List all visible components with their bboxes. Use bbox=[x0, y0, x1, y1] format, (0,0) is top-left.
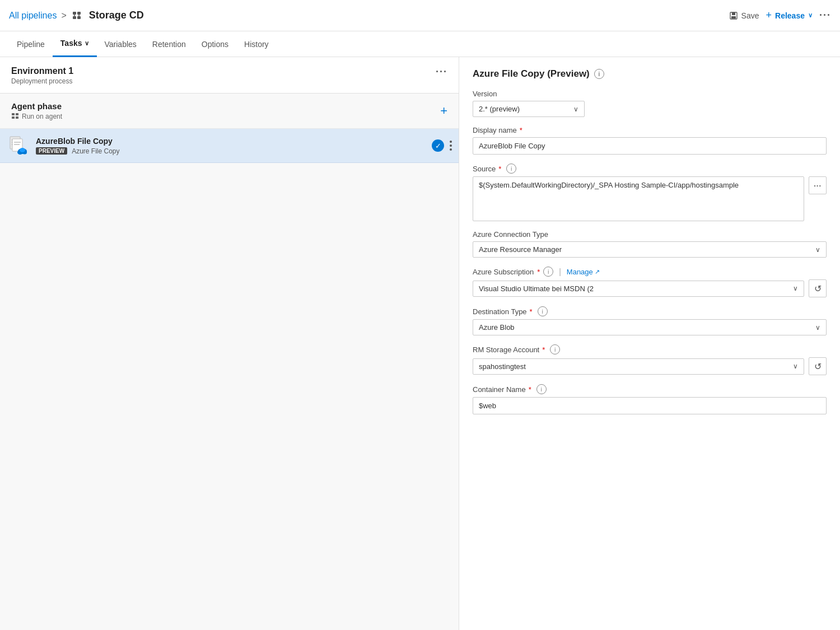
agent-phase-info: Agent phase Run on agent bbox=[11, 101, 62, 120]
environment-info: Environment 1 Deployment process bbox=[11, 66, 73, 85]
agent-phase: Agent phase Run on agent + bbox=[0, 94, 459, 129]
svg-rect-18 bbox=[14, 142, 21, 143]
source-required: * bbox=[498, 165, 501, 173]
add-task-button[interactable]: + bbox=[440, 104, 447, 118]
task-badge-row: PREVIEW Azure File Copy bbox=[36, 147, 425, 155]
environment-more-button[interactable]: ··· bbox=[436, 66, 447, 78]
svg-rect-12 bbox=[16, 116, 18, 119]
manage-link[interactable]: Manage ↗ bbox=[567, 268, 600, 276]
display-name-input[interactable] bbox=[473, 137, 827, 155]
environment-header: Environment 1 Deployment process ··· bbox=[0, 57, 459, 94]
svg-rect-11 bbox=[12, 116, 15, 119]
version-value: 2.* (preview) bbox=[479, 105, 520, 113]
tab-history[interactable]: History bbox=[236, 31, 277, 57]
azure-connection-type-value: Azure Resource Manager bbox=[479, 245, 562, 254]
right-panel: Azure File Copy (Preview) i Version 2.* … bbox=[459, 57, 840, 630]
release-chevron-icon: ∨ bbox=[808, 12, 813, 19]
task-more-button[interactable] bbox=[450, 141, 452, 151]
display-name-field: Display name * bbox=[473, 126, 827, 155]
destination-type-field: Destination Type * i Azure Blob ∨ bbox=[473, 306, 827, 335]
plus-icon: + bbox=[766, 10, 772, 21]
destination-type-value: Azure Blob bbox=[479, 323, 515, 332]
azure-subscription-required: * bbox=[537, 268, 540, 276]
container-name-info-icon[interactable]: i bbox=[536, 384, 547, 394]
svg-rect-1 bbox=[77, 12, 81, 15]
save-icon bbox=[729, 11, 738, 20]
run-on-agent-icon bbox=[11, 113, 19, 120]
version-select[interactable]: 2.* (preview) ∨ bbox=[473, 101, 585, 117]
azure-subscription-label: Azure Subscription bbox=[473, 268, 534, 276]
rm-storage-account-info-icon[interactable]: i bbox=[550, 344, 560, 354]
tab-options[interactable]: Options bbox=[194, 31, 236, 57]
azure-blob-copy-icon bbox=[7, 134, 29, 157]
tab-variables[interactable]: Variables bbox=[97, 31, 144, 57]
azure-subscription-select[interactable]: Visual Studio Ultimate bei MSDN (2 ∨ bbox=[473, 281, 804, 297]
svg-rect-19 bbox=[14, 144, 20, 145]
top-more-button[interactable]: ··· bbox=[819, 10, 831, 21]
rm-storage-account-required: * bbox=[542, 346, 545, 354]
tasks-chevron-icon: ∨ bbox=[85, 30, 89, 56]
svg-rect-8 bbox=[731, 16, 736, 18]
agent-phase-subtitle: Run on agent bbox=[22, 113, 62, 120]
source-label: Source * i bbox=[473, 164, 827, 174]
task-preview-badge: PREVIEW bbox=[36, 147, 67, 155]
all-pipelines-link[interactable]: All pipelines bbox=[9, 11, 57, 21]
task-icon bbox=[7, 134, 29, 157]
top-bar-right: Save + Release ∨ ··· bbox=[729, 10, 831, 21]
rm-storage-account-refresh-button[interactable]: ↺ bbox=[809, 357, 827, 375]
task-type: Azure File Copy bbox=[72, 147, 119, 155]
rm-storage-account-field: RM Storage Account * i spahostingtest ∨ … bbox=[473, 344, 827, 375]
source-textarea[interactable]: $(System.DefaultWorkingDirectory)/_SPA H… bbox=[473, 176, 804, 221]
azure-connection-type-field: Azure Connection Type Azure Resource Man… bbox=[473, 230, 827, 258]
version-label: Version bbox=[473, 90, 827, 98]
environment-subtitle: Deployment process bbox=[11, 77, 73, 85]
breadcrumb-separator: > bbox=[61, 11, 66, 21]
nav-tabs: Pipeline Tasks ∨ Variables Retention Opt… bbox=[0, 31, 840, 57]
rm-storage-account-select[interactable]: spahostingtest ∨ bbox=[473, 358, 804, 375]
azure-subscription-refresh-button[interactable]: ↺ bbox=[809, 279, 827, 297]
azure-subscription-info-icon[interactable]: i bbox=[543, 267, 553, 277]
agent-phase-sub: Run on agent bbox=[11, 113, 62, 120]
azure-subscription-field: Azure Subscription * i | Manage ↗ Visual… bbox=[473, 267, 827, 297]
save-button[interactable]: Save bbox=[729, 11, 759, 20]
source-info-icon[interactable]: i bbox=[506, 164, 516, 174]
azure-subscription-row: Visual Studio Ultimate bei MSDN (2 ∨ ↺ bbox=[473, 279, 827, 297]
display-name-required: * bbox=[520, 126, 522, 134]
panel-info-icon[interactable]: i bbox=[594, 69, 604, 79]
source-input-row: $(System.DefaultWorkingDirectory)/_SPA H… bbox=[473, 176, 827, 221]
tab-pipeline[interactable]: Pipeline bbox=[9, 31, 53, 57]
destination-type-required: * bbox=[530, 307, 533, 316]
destination-type-info-icon[interactable]: i bbox=[538, 306, 548, 316]
environment-title: Environment 1 bbox=[11, 66, 73, 76]
azure-connection-type-select[interactable]: Azure Resource Manager ∨ bbox=[473, 241, 827, 258]
azure-connection-type-label: Azure Connection Type bbox=[473, 230, 827, 239]
task-actions: ✓ bbox=[432, 139, 452, 152]
rm-storage-account-label: RM Storage Account * i bbox=[473, 344, 827, 354]
destination-type-select[interactable]: Azure Blob ∨ bbox=[473, 319, 827, 335]
page-title: Storage CD bbox=[89, 10, 144, 21]
svg-rect-3 bbox=[77, 16, 81, 19]
task-info: AzureBlob File Copy PREVIEW Azure File C… bbox=[36, 137, 425, 155]
svg-rect-0 bbox=[73, 12, 76, 15]
svg-rect-10 bbox=[16, 113, 18, 115]
tab-tasks[interactable]: Tasks ∨ bbox=[53, 31, 97, 57]
container-name-input[interactable] bbox=[473, 397, 827, 414]
azure-connection-type-chevron-icon: ∨ bbox=[815, 246, 820, 254]
svg-rect-2 bbox=[73, 16, 76, 19]
tab-retention[interactable]: Retention bbox=[144, 31, 194, 57]
azure-subscription-value: Visual Studio Ultimate bei MSDN (2 bbox=[479, 284, 594, 293]
destination-type-chevron-icon: ∨ bbox=[815, 324, 820, 332]
pipeline-icon bbox=[71, 9, 85, 22]
task-item[interactable]: AzureBlob File Copy PREVIEW Azure File C… bbox=[0, 129, 459, 163]
release-button[interactable]: + Release ∨ bbox=[766, 10, 813, 21]
top-bar: All pipelines > Storage CD Save + bbox=[0, 0, 840, 31]
panel-title-row: Azure File Copy (Preview) i bbox=[473, 68, 827, 80]
azure-subscription-label-row: Azure Subscription * i | Manage ↗ bbox=[473, 267, 827, 277]
source-menu-button[interactable]: ··· bbox=[809, 176, 827, 194]
svg-point-23 bbox=[20, 148, 25, 152]
agent-phase-title: Agent phase bbox=[11, 101, 62, 111]
version-field: Version 2.* (preview) ∨ bbox=[473, 90, 827, 117]
left-panel: Environment 1 Deployment process ··· Age… bbox=[0, 57, 459, 630]
version-chevron-icon: ∨ bbox=[573, 105, 578, 113]
rm-storage-account-value: spahostingtest bbox=[479, 362, 526, 371]
